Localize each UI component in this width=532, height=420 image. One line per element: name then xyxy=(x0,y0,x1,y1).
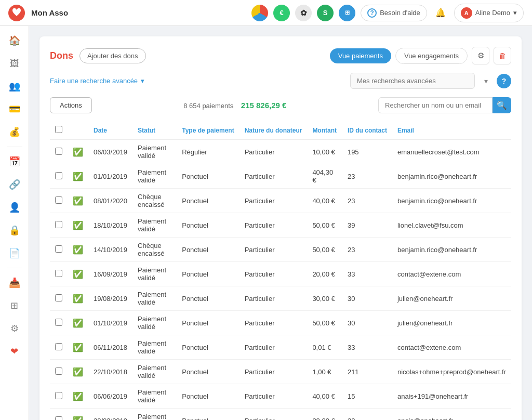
sidebar-item-gallery[interactable]: 🖼 xyxy=(4,53,25,74)
row-statut: Paiement validé xyxy=(132,262,177,286)
status-check-icon: ✅ xyxy=(73,245,83,254)
row-status-cell: ✅ xyxy=(68,360,88,384)
row-id: 39 xyxy=(342,213,392,238)
row-checkbox-1[interactable] xyxy=(55,172,62,179)
row-type: Ponctuel xyxy=(177,384,239,409)
row-checkbox-4[interactable] xyxy=(55,245,62,253)
row-checkbox-7[interactable] xyxy=(55,319,62,326)
row-checkbox-11[interactable] xyxy=(55,416,62,421)
row-checkbox-2[interactable] xyxy=(55,196,62,204)
row-montant: 50,00 € xyxy=(307,213,342,238)
advanced-search-button[interactable]: Faire une recherche avancée ▾ xyxy=(50,77,144,85)
page-title: Dons xyxy=(50,50,73,61)
col-type: Type de paiement xyxy=(177,122,239,139)
col-statut: Statut xyxy=(132,122,177,139)
table-row: ✅ 22/10/2018 Paiement validé Ponctuel Pa… xyxy=(50,360,511,384)
col-nature: Nature du donateur xyxy=(240,122,308,139)
name-search-button[interactable]: 🔍 xyxy=(493,97,511,113)
row-checkbox-6[interactable] xyxy=(55,294,62,301)
row-status-cell: ✅ xyxy=(68,335,88,360)
row-nature: Particulier xyxy=(240,213,308,238)
name-search-input[interactable] xyxy=(378,97,493,113)
user-menu-button[interactable]: A Aline Demo ▾ xyxy=(454,4,524,22)
row-nature: Particulier xyxy=(240,238,308,262)
row-nature: Particulier xyxy=(240,360,308,384)
table-row: ✅ 06/03/2019 Paiement validé Régulier Pa… xyxy=(50,139,511,164)
select-all-checkbox[interactable] xyxy=(55,126,62,133)
app-logo[interactable] xyxy=(8,5,25,21)
row-type: Ponctuel xyxy=(177,164,239,189)
search-help-button[interactable]: ? xyxy=(497,74,511,88)
sidebar-item-finance[interactable]: 💰 xyxy=(4,122,25,142)
row-email: nicolas+ohme+preprod@oneheart.fr xyxy=(392,360,511,384)
row-email: benjamin.rico@oneheart.fr xyxy=(392,189,511,213)
s-icon[interactable]: S xyxy=(317,5,334,21)
sidebar-item-payments[interactable]: 💳 xyxy=(4,99,25,120)
sidebar-item-calendar[interactable]: 📅 xyxy=(4,151,25,172)
sidebar-item-documents[interactable]: 📄 xyxy=(4,243,25,264)
row-status-cell: ✅ xyxy=(68,409,88,421)
sidebar-item-links[interactable]: 🔗 xyxy=(4,174,25,195)
row-checkbox-8[interactable] xyxy=(55,343,62,350)
row-date: 01/10/2019 xyxy=(88,311,132,335)
delete-button[interactable]: 🗑 xyxy=(494,47,511,64)
donations-table: Date Statut Type de paiement Nature du d… xyxy=(50,122,511,420)
row-status-cell: ✅ xyxy=(68,286,88,311)
status-check-icon: ✅ xyxy=(73,270,83,279)
row-type: Ponctuel xyxy=(177,238,239,262)
table-row: ✅ 14/10/2019 Chèque encaissé Ponctuel Pa… xyxy=(50,238,511,262)
status-check-icon: ✅ xyxy=(73,196,83,205)
tab-payments-button[interactable]: Vue paiements xyxy=(330,48,391,63)
sidebar-item-inbox[interactable]: 📥 xyxy=(4,272,25,293)
row-id: 23 xyxy=(342,238,392,262)
sidebar-item-profile[interactable]: 👤 xyxy=(4,197,25,218)
saved-search-group: ▾ ? xyxy=(350,73,511,89)
header-right: Vue paiements Vue engagements ⚙ 🗑 xyxy=(330,47,511,64)
settings-icon: ⚙ xyxy=(477,51,484,60)
table-row: ✅ 18/10/2019 Paiement validé Ponctuel Pa… xyxy=(50,213,511,238)
app-switcher-icon[interactable] xyxy=(251,5,268,21)
add-donations-button[interactable]: Ajouter des dons xyxy=(79,48,146,63)
sidebar-item-contacts[interactable]: 👥 xyxy=(4,76,25,97)
row-nature: Particulier xyxy=(240,311,308,335)
sidebar-item-home[interactable]: 🏠 xyxy=(4,30,25,51)
sidebar-item-settings[interactable]: ⚙ xyxy=(4,318,25,339)
settings-button[interactable]: ⚙ xyxy=(472,47,489,64)
row-montant: 1,00 € xyxy=(307,360,342,384)
sidebar-item-favorites[interactable]: ❤ xyxy=(4,341,25,362)
payments-count: 8 654 paiements xyxy=(183,102,233,110)
row-type: Régulier xyxy=(177,139,239,164)
donations-card: Dons Ajouter des dons Vue paiements Vue … xyxy=(39,36,522,420)
row-type: Ponctuel xyxy=(177,213,239,238)
row-status-cell: ✅ xyxy=(68,238,88,262)
row-checkbox-0[interactable] xyxy=(55,148,62,155)
euro-icon[interactable]: € xyxy=(273,5,290,21)
row-type: Ponctuel xyxy=(177,360,239,384)
grid-icon[interactable]: ⊞ xyxy=(339,5,355,21)
row-id: 32 xyxy=(342,409,392,421)
row-checkbox-3[interactable] xyxy=(55,221,62,228)
flower-icon[interactable]: ✿ xyxy=(295,5,312,21)
tab-engagements-button[interactable]: Vue engagements xyxy=(395,48,468,64)
row-nature: Particulier xyxy=(240,384,308,409)
row-checkbox-cell xyxy=(50,238,68,262)
actions-button[interactable]: Actions xyxy=(50,97,92,113)
table-row: ✅ 19/08/2019 Paiement validé Ponctuel Pa… xyxy=(50,286,511,311)
row-checkbox-5[interactable] xyxy=(55,270,62,277)
row-date: 06/11/2018 xyxy=(88,335,132,360)
sidebar-item-security[interactable]: 🔒 xyxy=(4,220,25,241)
row-id: 195 xyxy=(342,139,392,164)
row-id: 211 xyxy=(342,360,392,384)
row-id: 33 xyxy=(342,262,392,286)
row-type: Ponctuel xyxy=(177,335,239,360)
row-type: Ponctuel xyxy=(177,189,239,213)
help-button[interactable]: ? Besoin d'aide xyxy=(361,5,427,21)
row-montant: 40,00 € xyxy=(307,189,342,213)
row-checkbox-cell xyxy=(50,139,68,164)
row-checkbox-10[interactable] xyxy=(55,392,62,399)
saved-search-input[interactable] xyxy=(350,73,475,89)
sidebar-item-apps[interactable]: ⊞ xyxy=(4,295,25,316)
notifications-button[interactable]: 🔔 xyxy=(432,5,449,21)
saved-search-arrow-button[interactable]: ▾ xyxy=(478,73,494,89)
row-checkbox-9[interactable] xyxy=(55,368,62,375)
